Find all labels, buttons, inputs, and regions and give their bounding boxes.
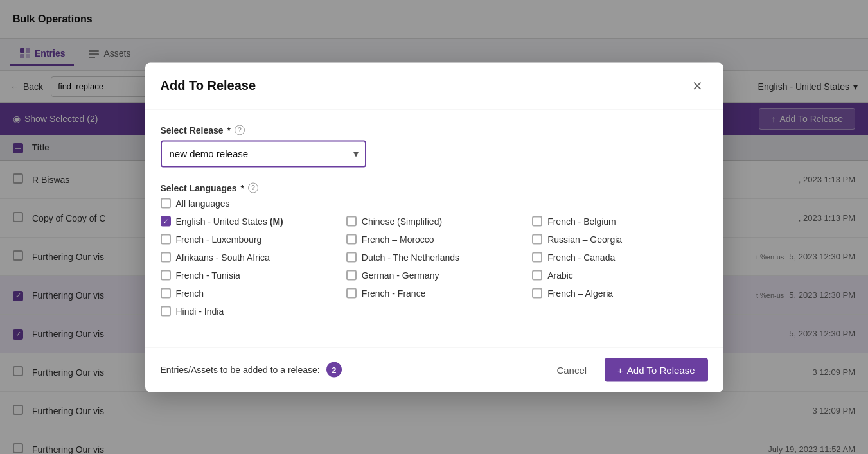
entries-info: Entries/Assets to be added to a release:… [161, 362, 342, 378]
modal-header: Add To Release ✕ [145, 62, 723, 109]
cancel-button[interactable]: Cancel [546, 358, 597, 381]
lang-label-ru-ge: Russian – Georgia [547, 234, 622, 244]
entries-count-badge: 2 [326, 362, 342, 378]
lang-label-af-za: Afrikaans - South Africa [176, 252, 270, 262]
release-select-wrapper: new demo release ▾ [161, 140, 366, 167]
lang-checkbox-nl-nl[interactable] [346, 252, 357, 262]
lang-item-ar[interactable]: Arabic [532, 270, 707, 280]
lang-label-fr-dz: French – Algeria [547, 288, 613, 298]
lang-item-fr-ca[interactable]: French - Canada [532, 252, 707, 262]
lang-checkbox-fr[interactable] [161, 288, 171, 298]
lang-label-de-de: German - Germany [362, 270, 439, 280]
lang-checkbox-en-us[interactable] [161, 216, 171, 226]
modal-title: Add To Release [161, 78, 256, 93]
lang-item-de-de[interactable]: German - Germany [346, 270, 522, 280]
lang-item-zh-cn[interactable]: Chinese (Simplified) [346, 216, 522, 226]
lang-checkbox-af-za[interactable] [161, 252, 171, 262]
lang-checkbox-ru-ge[interactable] [532, 234, 542, 244]
modal-body: Select Release* ? new demo release ▾ Sel… [145, 109, 723, 347]
lang-checkbox-hi-in[interactable] [161, 306, 171, 316]
lang-checkbox-fr-tn[interactable] [161, 270, 171, 280]
lang-item-nl-nl[interactable]: Dutch - The Netherlands [346, 252, 522, 262]
select-languages-label: Select Languages* ? [161, 182, 708, 193]
lang-item-fr-be[interactable]: French - Belgium [532, 216, 707, 226]
lang-checkbox-fr-fr[interactable] [346, 288, 357, 298]
lang-label-nl-nl: Dutch - The Netherlands [362, 252, 459, 262]
lang-item-fr-ma[interactable]: French – Morocco [346, 234, 522, 244]
lang-label-en-us: English - United States (M) [176, 216, 283, 226]
lang-checkbox-fr-lu[interactable] [161, 234, 171, 244]
lang-checkbox-de-de[interactable] [346, 270, 357, 280]
lang-label-hi-in: Hindi - India [176, 306, 224, 316]
select-release-label: Select Release* ? [161, 125, 708, 135]
lang-item-hi-in[interactable]: Hindi - India [161, 306, 336, 316]
lang-label-fr: French [176, 288, 204, 298]
lang-checkbox-zh-cn[interactable] [346, 216, 357, 226]
lang-item-fr-tn[interactable]: French - Tunisia [161, 270, 336, 280]
add-to-release-modal: Add To Release ✕ Select Release* ? new d… [145, 62, 723, 392]
plus-icon: + [617, 364, 623, 375]
lang-item-fr-dz[interactable]: French – Algeria [532, 288, 707, 298]
lang-checkbox-all[interactable] [161, 198, 171, 208]
lang-label-ar: Arabic [547, 270, 573, 280]
confirm-add-to-release-button[interactable]: + Add To Release [605, 358, 707, 381]
lang-all-item[interactable]: All languages [161, 198, 708, 208]
lang-checkbox-fr-ma[interactable] [346, 234, 357, 244]
lang-item-ru-ge[interactable]: Russian – Georgia [532, 234, 707, 244]
modal-close-button[interactable]: ✕ [687, 75, 708, 96]
select-languages-group: Select Languages* ? All languages Englis… [161, 182, 708, 316]
lang-item-fr[interactable]: French [161, 288, 336, 298]
lang-checkbox-fr-ca[interactable] [532, 252, 542, 262]
lang-label-zh-cn: Chinese (Simplified) [362, 216, 442, 226]
lang-label-all: All languages [176, 198, 230, 208]
modal-footer: Entries/Assets to be added to a release:… [145, 347, 723, 392]
select-languages-help-icon[interactable]: ? [248, 182, 258, 193]
select-release-help-icon[interactable]: ? [235, 125, 245, 135]
lang-checkbox-fr-dz[interactable] [532, 288, 542, 298]
footer-buttons: Cancel + Add To Release [546, 358, 707, 381]
lang-label-fr-tn: French - Tunisia [176, 270, 240, 280]
language-grid: English - United States (M) Chinese (Sim… [161, 216, 708, 316]
lang-label-fr-ca: French - Canada [547, 252, 615, 262]
lang-checkbox-ar[interactable] [532, 270, 542, 280]
lang-label-fr-lu: French - Luxembourg [176, 234, 262, 244]
entries-label: Entries/Assets to be added to a release: [161, 365, 320, 375]
confirm-label: Add To Release [627, 364, 695, 375]
lang-item-af-za[interactable]: Afrikaans - South Africa [161, 252, 336, 262]
lang-item-en-us[interactable]: English - United States (M) [161, 216, 336, 226]
lang-label-fr-be: French - Belgium [547, 216, 616, 226]
lang-label-fr-ma: French – Morocco [362, 234, 434, 244]
lang-checkbox-fr-be[interactable] [532, 216, 542, 226]
select-release-group: Select Release* ? new demo release ▾ [161, 125, 708, 167]
release-select[interactable]: new demo release [161, 140, 366, 167]
lang-item-fr-fr[interactable]: French - France [346, 288, 522, 298]
lang-item-fr-lu[interactable]: French - Luxembourg [161, 234, 336, 244]
lang-label-fr-fr: French - France [362, 288, 426, 298]
